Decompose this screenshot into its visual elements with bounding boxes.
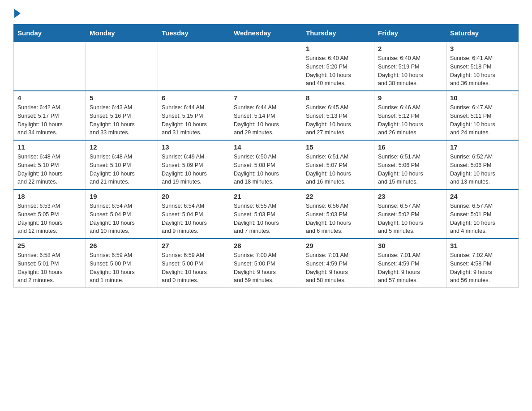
calendar-cell: 10Sunrise: 6:47 AM Sunset: 5:11 PM Dayli… (446, 91, 519, 140)
day-number: 12 (90, 143, 154, 151)
day-number: 22 (306, 193, 370, 200)
day-info: Sunrise: 6:47 AM Sunset: 5:11 PM Dayligh… (450, 103, 515, 137)
weekday-header-row: SundayMondayTuesdayWednesdayThursdayFrid… (14, 25, 519, 42)
weekday-header-thursday: Thursday (302, 25, 374, 42)
day-info: Sunrise: 6:54 AM Sunset: 5:04 PM Dayligh… (162, 202, 226, 235)
day-number: 2 (378, 45, 442, 52)
calendar-cell: 21Sunrise: 6:55 AM Sunset: 5:03 PM Dayli… (230, 189, 302, 239)
calendar-cell: 5Sunrise: 6:43 AM Sunset: 5:16 PM Daylig… (86, 91, 158, 140)
day-info: Sunrise: 6:54 AM Sunset: 5:04 PM Dayligh… (90, 202, 154, 235)
day-number: 10 (450, 94, 515, 102)
calendar-cell: 26Sunrise: 6:59 AM Sunset: 5:00 PM Dayli… (86, 239, 158, 288)
day-number: 21 (234, 193, 298, 200)
day-number: 17 (450, 143, 515, 151)
day-info: Sunrise: 6:50 AM Sunset: 5:08 PM Dayligh… (234, 153, 298, 186)
calendar-cell: 2Sunrise: 6:40 AM Sunset: 5:19 PM Daylig… (374, 42, 446, 91)
day-number: 6 (162, 94, 226, 102)
calendar-cell: 22Sunrise: 6:56 AM Sunset: 5:03 PM Dayli… (302, 189, 374, 239)
day-info: Sunrise: 6:42 AM Sunset: 5:17 PM Dayligh… (17, 103, 82, 137)
day-number: 30 (378, 242, 442, 249)
calendar-cell: 29Sunrise: 7:01 AM Sunset: 4:59 PM Dayli… (302, 239, 374, 288)
calendar-cell: 14Sunrise: 6:50 AM Sunset: 5:08 PM Dayli… (230, 140, 302, 189)
day-info: Sunrise: 6:57 AM Sunset: 5:01 PM Dayligh… (450, 202, 515, 235)
calendar-cell (158, 42, 230, 91)
day-number: 1 (306, 45, 370, 52)
day-number: 8 (306, 94, 370, 102)
day-info: Sunrise: 6:51 AM Sunset: 5:06 PM Dayligh… (378, 153, 442, 186)
calendar-cell (14, 42, 86, 91)
day-number: 16 (378, 143, 442, 151)
calendar-cell: 8Sunrise: 6:45 AM Sunset: 5:13 PM Daylig… (302, 91, 374, 140)
calendar-cell: 19Sunrise: 6:54 AM Sunset: 5:04 PM Dayli… (86, 189, 158, 239)
calendar-cell: 25Sunrise: 6:58 AM Sunset: 5:01 PM Dayli… (14, 239, 86, 288)
weekday-header-sunday: Sunday (14, 25, 86, 42)
calendar-cell: 17Sunrise: 6:52 AM Sunset: 5:06 PM Dayli… (446, 140, 519, 189)
calendar-cell: 12Sunrise: 6:48 AM Sunset: 5:10 PM Dayli… (86, 140, 158, 189)
weekday-header-monday: Monday (86, 25, 158, 42)
calendar-cell: 4Sunrise: 6:42 AM Sunset: 5:17 PM Daylig… (14, 91, 86, 140)
day-info: Sunrise: 7:02 AM Sunset: 4:58 PM Dayligh… (450, 251, 515, 285)
day-info: Sunrise: 6:44 AM Sunset: 5:15 PM Dayligh… (162, 103, 226, 137)
day-number: 31 (450, 242, 515, 249)
calendar-cell: 28Sunrise: 7:00 AM Sunset: 5:00 PM Dayli… (230, 239, 302, 288)
weekday-header-saturday: Saturday (446, 25, 519, 42)
calendar-cell: 30Sunrise: 7:01 AM Sunset: 4:59 PM Dayli… (374, 239, 446, 288)
calendar-cell (86, 42, 158, 91)
day-number: 18 (17, 193, 82, 200)
day-info: Sunrise: 7:01 AM Sunset: 4:59 PM Dayligh… (378, 251, 442, 285)
weekday-header-tuesday: Tuesday (158, 25, 230, 42)
calendar-cell: 13Sunrise: 6:49 AM Sunset: 5:09 PM Dayli… (158, 140, 230, 189)
day-info: Sunrise: 6:41 AM Sunset: 5:18 PM Dayligh… (450, 54, 515, 88)
day-number: 20 (162, 193, 226, 200)
calendar-week-row: 11Sunrise: 6:48 AM Sunset: 5:10 PM Dayli… (14, 140, 519, 189)
day-info: Sunrise: 6:57 AM Sunset: 5:02 PM Dayligh… (378, 202, 442, 235)
day-number: 27 (162, 242, 226, 249)
calendar-cell: 9Sunrise: 6:46 AM Sunset: 5:12 PM Daylig… (374, 91, 446, 140)
calendar-cell: 7Sunrise: 6:44 AM Sunset: 5:14 PM Daylig… (230, 91, 302, 140)
calendar-table: SundayMondayTuesdayWednesdayThursdayFrid… (13, 24, 519, 288)
day-info: Sunrise: 6:43 AM Sunset: 5:16 PM Dayligh… (90, 103, 154, 137)
day-number: 28 (234, 242, 298, 249)
calendar-cell: 27Sunrise: 6:59 AM Sunset: 5:00 PM Dayli… (158, 239, 230, 288)
day-info: Sunrise: 6:52 AM Sunset: 5:06 PM Dayligh… (450, 153, 515, 186)
calendar-cell: 6Sunrise: 6:44 AM Sunset: 5:15 PM Daylig… (158, 91, 230, 140)
day-number: 25 (17, 242, 82, 249)
day-number: 19 (90, 193, 154, 200)
calendar-week-row: 4Sunrise: 6:42 AM Sunset: 5:17 PM Daylig… (14, 91, 519, 140)
calendar-cell: 16Sunrise: 6:51 AM Sunset: 5:06 PM Dayli… (374, 140, 446, 189)
weekday-header-wednesday: Wednesday (230, 25, 302, 42)
day-number: 15 (306, 143, 370, 151)
day-number: 11 (17, 143, 82, 151)
logo (13, 9, 21, 20)
day-number: 24 (450, 193, 515, 200)
day-info: Sunrise: 6:56 AM Sunset: 5:03 PM Dayligh… (306, 202, 370, 235)
calendar-week-row: 1Sunrise: 6:40 AM Sunset: 5:20 PM Daylig… (14, 42, 519, 91)
calendar-cell: 15Sunrise: 6:51 AM Sunset: 5:07 PM Dayli… (302, 140, 374, 189)
day-info: Sunrise: 6:48 AM Sunset: 5:10 PM Dayligh… (17, 153, 82, 186)
day-info: Sunrise: 6:59 AM Sunset: 5:00 PM Dayligh… (162, 251, 226, 285)
day-number: 26 (90, 242, 154, 249)
day-info: Sunrise: 7:00 AM Sunset: 5:00 PM Dayligh… (234, 251, 298, 285)
calendar-cell: 18Sunrise: 6:53 AM Sunset: 5:05 PM Dayli… (14, 189, 86, 239)
day-number: 29 (306, 242, 370, 249)
day-info: Sunrise: 6:55 AM Sunset: 5:03 PM Dayligh… (234, 202, 298, 235)
day-info: Sunrise: 6:40 AM Sunset: 5:20 PM Dayligh… (306, 54, 370, 88)
logo-arrow-icon (14, 9, 21, 18)
calendar-cell: 1Sunrise: 6:40 AM Sunset: 5:20 PM Daylig… (302, 42, 374, 91)
calendar-cell: 20Sunrise: 6:54 AM Sunset: 5:04 PM Dayli… (158, 189, 230, 239)
weekday-header-friday: Friday (374, 25, 446, 42)
day-info: Sunrise: 6:40 AM Sunset: 5:19 PM Dayligh… (378, 54, 442, 88)
day-number: 23 (378, 193, 442, 200)
day-info: Sunrise: 6:46 AM Sunset: 5:12 PM Dayligh… (378, 103, 442, 137)
calendar-cell: 23Sunrise: 6:57 AM Sunset: 5:02 PM Dayli… (374, 189, 446, 239)
day-info: Sunrise: 6:58 AM Sunset: 5:01 PM Dayligh… (17, 251, 82, 285)
day-info: Sunrise: 6:48 AM Sunset: 5:10 PM Dayligh… (90, 153, 154, 186)
day-info: Sunrise: 6:53 AM Sunset: 5:05 PM Dayligh… (17, 202, 82, 235)
day-number: 13 (162, 143, 226, 151)
calendar-cell: 31Sunrise: 7:02 AM Sunset: 4:58 PM Dayli… (446, 239, 519, 288)
day-number: 5 (90, 94, 154, 102)
day-info: Sunrise: 7:01 AM Sunset: 4:59 PM Dayligh… (306, 251, 370, 285)
day-number: 9 (378, 94, 442, 102)
calendar-cell: 24Sunrise: 6:57 AM Sunset: 5:01 PM Dayli… (446, 189, 519, 239)
calendar-cell: 11Sunrise: 6:48 AM Sunset: 5:10 PM Dayli… (14, 140, 86, 189)
